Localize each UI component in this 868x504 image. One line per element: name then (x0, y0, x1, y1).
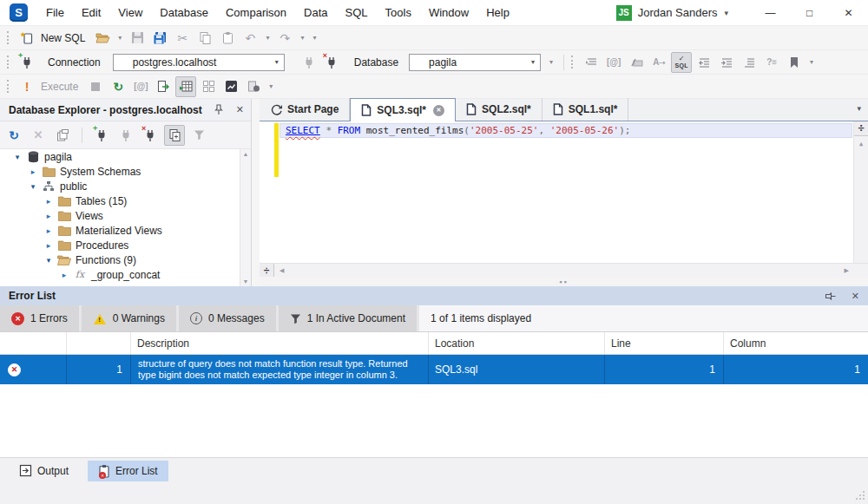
dock-tab-error-list[interactable]: ✕ Error List (88, 461, 168, 481)
filter-warnings-button[interactable]: ! 0 Warnings (82, 305, 179, 331)
indent-icon[interactable] (716, 52, 737, 73)
format-icon[interactable] (739, 52, 760, 73)
close-icon[interactable]: ✕ (236, 104, 244, 115)
tab-list-caret-icon[interactable]: ▾ (857, 104, 861, 113)
resize-grip-icon[interactable] (863, 491, 865, 493)
new-sql-icon[interactable] (16, 28, 37, 49)
column-line[interactable]: Line (605, 332, 724, 354)
tab-start-page[interactable]: Start Page (260, 98, 350, 121)
connect-icon[interactable] (299, 52, 319, 73)
table-data-icon[interactable] (175, 76, 196, 97)
chevron-right-icon[interactable]: ▸ (59, 271, 69, 279)
navigate-icon[interactable] (581, 52, 602, 73)
vertical-scrollbar[interactable]: ÷ ▲ (853, 121, 868, 263)
minimize-button[interactable]: — (751, 0, 790, 26)
open-file-caret-icon[interactable]: ▾ (115, 34, 125, 42)
tree-item-procedures[interactable]: ▸ Procedures (0, 238, 251, 252)
paste-icon[interactable] (217, 28, 238, 49)
toolbar-overflow-caret-icon[interactable]: ▾ (806, 58, 817, 66)
history-icon[interactable]: ↻ (108, 76, 128, 97)
sql-editor[interactable]: SELECT * FROM most_rented_films('2005-05… (260, 121, 868, 263)
column-column[interactable]: Column (724, 332, 868, 354)
dock-tab-output[interactable]: Output (9, 461, 79, 481)
toolbar-grip[interactable] (7, 31, 9, 44)
tree-item-tables[interactable]: ▸ Tables (15) (0, 193, 251, 208)
sort-icon[interactable]: A⇢ (648, 52, 669, 73)
chevron-down-icon[interactable]: ▾ (275, 58, 284, 66)
connection-select[interactable]: postgres.localhost ▾ (113, 54, 285, 71)
tree-item-group-concat[interactable]: ▸ fx _group_concat (0, 267, 251, 282)
duplicate-icon[interactable] (164, 125, 185, 146)
user-name[interactable]: Jordan Sanders (638, 6, 718, 19)
pin-icon[interactable] (825, 291, 836, 301)
tab-sql3[interactable]: SQL3.sql* ✕ (350, 98, 456, 121)
column-severity[interactable] (0, 332, 67, 354)
scroll-down-icon[interactable]: ▼ (243, 278, 249, 285)
menu-comparison[interactable]: Comparison (217, 0, 295, 25)
redo-caret-icon[interactable]: ▾ (297, 34, 307, 42)
menu-sql[interactable]: SQL (337, 0, 377, 25)
new-connection-icon[interactable]: + (16, 52, 37, 73)
editor-split-handle-icon[interactable]: ÷ (854, 121, 868, 136)
disconnect-icon[interactable]: × (321, 52, 342, 73)
chevron-down-icon[interactable]: ▾ (28, 182, 38, 191)
bookmark-icon[interactable] (784, 52, 805, 73)
mail-gray-icon[interactable]: [@] (130, 76, 151, 97)
scroll-right-icon[interactable]: ▶ (845, 267, 849, 274)
tree-scrollbar[interactable]: ▲ ▼ (240, 149, 251, 286)
toolbar-overflow-caret-icon[interactable]: ▾ (266, 82, 276, 90)
menu-database[interactable]: Database (151, 0, 217, 25)
database-select[interactable]: pagila ▾ (409, 54, 541, 71)
avatar[interactable]: JS (616, 5, 632, 21)
tree-item-views[interactable]: ▸ Views (0, 208, 251, 223)
chevron-right-icon[interactable]: ▸ (43, 226, 54, 235)
tree-item-public[interactable]: ▾ public (0, 179, 251, 193)
stacked-documents-icon[interactable] (52, 125, 73, 146)
toolbar-grip[interactable] (7, 80, 9, 93)
rename-icon[interactable] (626, 52, 647, 73)
disconnect-icon[interactable]: × (140, 125, 161, 146)
menu-tools[interactable]: Tools (377, 0, 420, 25)
undo-caret-icon[interactable]: ▾ (262, 34, 273, 42)
toolbar-overflow-caret-icon[interactable]: ▾ (309, 34, 319, 42)
connect-icon[interactable] (115, 125, 136, 146)
menu-edit[interactable]: Edit (73, 0, 109, 25)
menu-view[interactable]: View (109, 0, 151, 25)
chevron-right-icon[interactable]: ▸ (28, 167, 38, 176)
close-icon[interactable]: ✕ (852, 291, 859, 302)
mail-icon[interactable]: [@] (603, 52, 624, 73)
menu-help[interactable]: Help (477, 0, 518, 25)
comment-icon[interactable]: ?≡ (761, 52, 782, 73)
chevron-down-icon[interactable]: ▾ (43, 256, 54, 265)
chevron-right-icon[interactable]: ▸ (43, 212, 54, 220)
open-file-icon[interactable] (92, 28, 113, 49)
scroll-left-icon[interactable]: ◀ (279, 267, 284, 274)
cut-icon[interactable]: ✂ (172, 28, 193, 49)
menu-window[interactable]: Window (420, 0, 477, 25)
chart-icon[interactable] (220, 76, 241, 97)
column-number[interactable] (67, 332, 131, 354)
new-sql-label[interactable]: New SQL (39, 32, 90, 44)
column-description[interactable]: Description (131, 332, 429, 354)
editor-vsplit-handle-icon[interactable]: ÷ (260, 264, 274, 277)
close-gray-icon[interactable]: ✕ (28, 125, 49, 146)
execute-icon[interactable]: ! (16, 76, 37, 97)
scroll-up-icon[interactable]: ▲ (859, 141, 863, 147)
filter-errors-button[interactable]: ✕ 1 Errors (0, 305, 82, 331)
stop-icon[interactable] (85, 76, 106, 97)
scroll-up-icon[interactable]: ▲ (243, 151, 249, 157)
filter-icon[interactable] (188, 125, 209, 146)
chevron-right-icon[interactable]: ▸ (43, 197, 54, 206)
column-location[interactable]: Location (429, 332, 605, 354)
menu-data[interactable]: Data (295, 0, 336, 25)
save-all-icon[interactable] (149, 28, 170, 49)
user-menu-caret-icon[interactable]: ▾ (724, 9, 728, 17)
maximize-button[interactable]: □ (790, 0, 829, 26)
panel-splitter-handle[interactable]: ▪▪ (260, 277, 868, 286)
chevron-down-icon[interactable]: ▾ (531, 58, 540, 66)
redo-icon[interactable]: ↷ (274, 28, 295, 49)
new-connection-icon[interactable]: + (91, 125, 112, 146)
tab-sql1[interactable]: SQL1.sql* (542, 98, 629, 121)
menu-file[interactable]: File (37, 0, 73, 25)
pin-icon[interactable] (214, 104, 224, 115)
